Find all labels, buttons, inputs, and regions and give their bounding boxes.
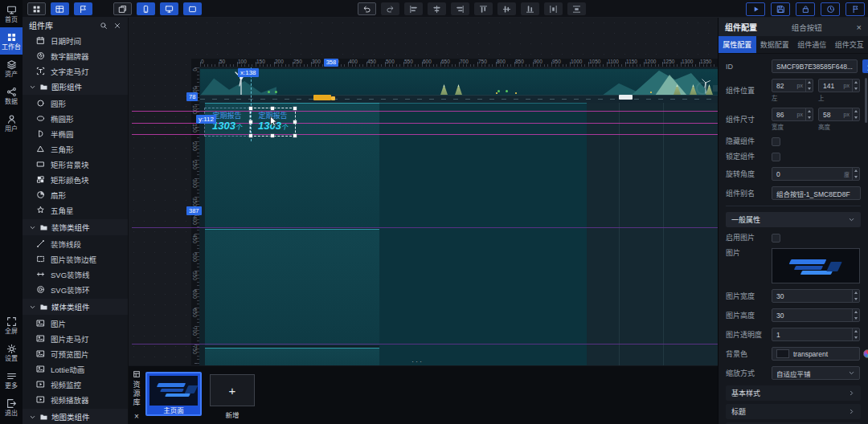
library-toggle-button[interactable] xyxy=(27,2,46,15)
section-basic-style[interactable]: 基本样式 xyxy=(726,385,861,401)
tab-component-interaction[interactable]: 组件交互 xyxy=(831,36,868,53)
stepper-down-icon[interactable] xyxy=(806,86,813,92)
device-tablet-button[interactable] xyxy=(183,2,202,15)
rail-item-workbench[interactable]: 工作台 xyxy=(0,27,23,55)
resize-handle[interactable] xyxy=(249,107,252,110)
distribute-horizontal-button[interactable] xyxy=(544,2,563,15)
library-item-deco-line[interactable]: 装饰线段 xyxy=(23,236,128,251)
canvas-more-handle[interactable]: ··· xyxy=(411,357,424,365)
scene-strip-component[interactable] xyxy=(200,69,718,103)
stepper-down-icon[interactable] xyxy=(853,115,859,121)
size-width-stepper[interactable]: 86px xyxy=(772,108,813,121)
library-folder-media[interactable]: 媒体类组件 xyxy=(23,299,128,315)
resize-handle[interactable] xyxy=(249,134,252,137)
tab-component-communication[interactable]: 组件通信 xyxy=(793,36,831,53)
rail-item-more[interactable]: 更多 xyxy=(0,366,23,393)
library-item-image-marquee[interactable]: 图片走马灯 xyxy=(23,331,128,346)
v-ruler-guide-badge[interactable]: 387 xyxy=(186,206,202,215)
section-title[interactable]: 标题 xyxy=(726,404,861,419)
stepper-down-icon[interactable] xyxy=(806,115,813,121)
image-opacity-stepper[interactable]: 1 xyxy=(772,328,860,341)
stepper-down-icon[interactable] xyxy=(853,174,859,181)
resize-handle[interactable] xyxy=(293,134,297,137)
resize-handle[interactable] xyxy=(271,134,274,137)
undo-button[interactable] xyxy=(358,2,376,15)
resize-handle[interactable] xyxy=(271,107,274,110)
stepper-down-icon[interactable] xyxy=(853,335,859,341)
copy-button[interactable] xyxy=(113,2,132,15)
stepper-down-icon[interactable] xyxy=(853,296,859,303)
library-item-image[interactable]: 图片 xyxy=(23,316,128,331)
tab-attribute-config[interactable]: 属性配置 xyxy=(719,36,756,53)
device-desktop-button[interactable] xyxy=(160,2,178,15)
resize-handle[interactable] xyxy=(249,120,252,124)
align-bottom-button[interactable] xyxy=(521,2,539,15)
add-page-button[interactable]: + xyxy=(210,374,255,406)
rail-item-settings[interactable]: 设置 xyxy=(0,339,23,366)
stepper-up-icon[interactable] xyxy=(853,290,859,296)
position-y-stepper[interactable]: 141px xyxy=(818,79,860,92)
library-item-sector[interactable]: 扇形 xyxy=(23,187,128,202)
preview-button[interactable] xyxy=(746,2,765,16)
panel-component[interactable] xyxy=(205,229,379,345)
redo-button[interactable] xyxy=(381,2,399,15)
align-right-button[interactable] xyxy=(451,2,469,15)
resource-library-tab[interactable]: 资源库 × xyxy=(130,370,143,421)
library-item-lottie[interactable]: Lottie动画 xyxy=(23,361,128,377)
image-height-stepper[interactable]: 30 xyxy=(772,308,860,322)
size-height-stepper[interactable]: 58px xyxy=(818,108,860,121)
id-input[interactable]: SMCF9B7E38585F648... xyxy=(772,59,858,73)
library-item-counter[interactable]: 数字翻牌器 xyxy=(23,48,128,63)
stepper-up-icon[interactable] xyxy=(853,168,859,174)
stepper-up-icon[interactable] xyxy=(853,328,859,335)
library-item-deco-frame[interactable]: 图片装饰边框 xyxy=(23,251,128,267)
artboard-right-zone[interactable] xyxy=(587,103,718,365)
rail-item-exit[interactable]: 退出 xyxy=(0,393,23,421)
canvas-viewport[interactable]: 0501001502002503003504004505005506006507… xyxy=(129,18,718,365)
library-item-ellipse[interactable]: 椭圆形 xyxy=(23,111,128,126)
lock-component-checkbox[interactable] xyxy=(772,153,780,161)
tab-data-config[interactable]: 数据配置 xyxy=(756,36,794,53)
image-width-stepper[interactable]: 30 xyxy=(772,289,860,303)
library-item-svg-ring[interactable]: SVG装饰环 xyxy=(23,282,128,297)
history-button[interactable] xyxy=(821,2,840,16)
h-ruler-guide-badge[interactable]: 358 xyxy=(324,59,339,67)
image-preview[interactable] xyxy=(772,248,860,283)
stepper-up-icon[interactable] xyxy=(853,80,859,86)
library-item-rect-color[interactable]: 矩形颜色块 xyxy=(23,172,128,187)
align-top-button[interactable] xyxy=(474,2,493,15)
library-item-rect-bg[interactable]: 矩形背景块 xyxy=(23,157,128,172)
h-ruler[interactable]: 0501001502002503003504004505005506006507… xyxy=(191,59,718,67)
scale-mode-select[interactable]: 自适应平铺 xyxy=(772,366,860,380)
stepper-down-icon[interactable] xyxy=(853,86,859,92)
hide-component-checkbox[interactable] xyxy=(772,137,780,146)
library-item-svg-line[interactable]: SVG装饰线 xyxy=(23,267,128,282)
general-properties-section[interactable]: 一般属性 xyxy=(726,212,861,227)
config-close-button[interactable]: × xyxy=(857,22,862,32)
distribute-vertical-button[interactable] xyxy=(567,2,586,15)
save-button[interactable] xyxy=(771,2,790,16)
grid-view-button[interactable] xyxy=(51,2,69,15)
page-thumbnail-active[interactable]: 主页面 xyxy=(145,372,202,416)
resize-handle[interactable] xyxy=(293,107,297,110)
stepper-up-icon[interactable] xyxy=(806,80,813,86)
rail-item-assets[interactable]: 资产 xyxy=(0,55,23,82)
library-item-text-marquee[interactable]: 文字走马灯 xyxy=(23,63,128,79)
rotate-stepper[interactable]: 0度 xyxy=(772,167,860,181)
stepper-up-icon[interactable] xyxy=(853,309,859,316)
library-folder-decoration[interactable]: 装饰类组件 xyxy=(23,219,128,235)
library-item-datetime[interactable]: 日期时间 xyxy=(23,33,128,48)
library-item-half-ellipse[interactable]: 半椭圆 xyxy=(23,126,128,141)
resize-handle[interactable] xyxy=(293,120,297,124)
config-scrollbar[interactable] xyxy=(865,78,867,123)
library-item-preview-image[interactable]: 可预览图片 xyxy=(23,346,128,361)
enable-image-checkbox[interactable] xyxy=(772,234,780,243)
rail-item-user[interactable]: 用户 xyxy=(0,109,23,137)
rail-item-fullscreen[interactable]: 全屏 xyxy=(0,312,23,339)
resource-tab-close[interactable]: × xyxy=(134,412,139,421)
search-icon[interactable] xyxy=(100,22,108,30)
library-item-video-player[interactable]: 视频播放器 xyxy=(23,392,128,407)
stepper-down-icon[interactable] xyxy=(853,316,859,322)
guide-line-purple[interactable] xyxy=(132,227,718,228)
bg-color-input[interactable]: transparent xyxy=(772,347,860,361)
